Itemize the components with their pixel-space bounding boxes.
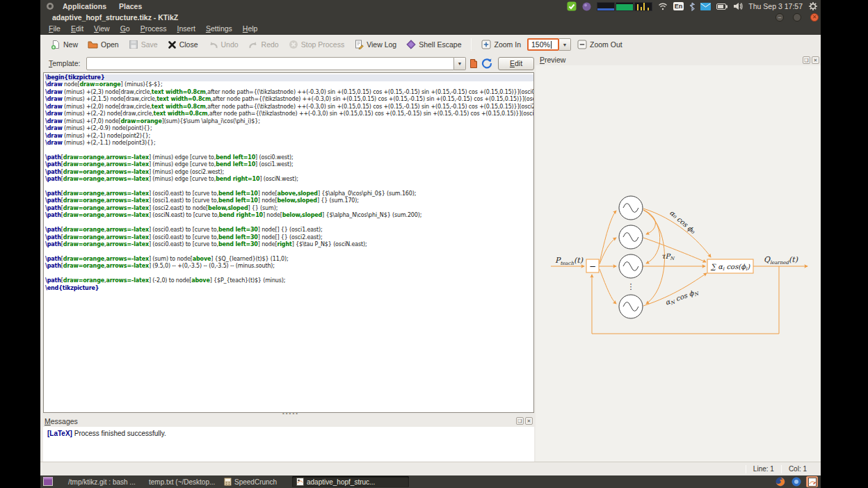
window-titlebar[interactable]: adaptive_hopf_structure.tikz - KTikZ – ✕ xyxy=(40,13,821,23)
code-line[interactable]: \end{tikzpicture} xyxy=(45,285,533,292)
code-line[interactable]: \path[draw=orange,arrows=-latex] (minus)… xyxy=(45,154,533,161)
taskbar-item-terminal[interactable]: /tmp/ktikz.git : bash ... xyxy=(61,476,139,487)
code-line[interactable]: \path[draw=orange,arrows=-latex] (osci0.… xyxy=(45,227,533,234)
menu-go[interactable]: Go xyxy=(120,24,130,33)
code-line[interactable]: \path[draw=orange,arrows=-latex] (-2,0) … xyxy=(45,277,533,284)
code-line[interactable]: \draw (minus) +(2,-2) node[draw,circle,t… xyxy=(45,111,533,117)
template-combobox[interactable] xyxy=(86,57,455,70)
preview-float-button[interactable]: ❏ xyxy=(803,56,810,64)
reload-template-button[interactable] xyxy=(481,58,492,69)
code-editor[interactable]: \begin{tikzpicture}\draw node[draw=orang… xyxy=(43,72,534,413)
minimize-button[interactable]: – xyxy=(775,13,784,22)
system-monitor-applet[interactable] xyxy=(597,2,652,11)
alphaN-label: αN cos ϕN xyxy=(664,287,700,308)
code-line[interactable]: \path[draw=orange,arrows=-latex] (osci1.… xyxy=(45,197,533,204)
text-caret xyxy=(551,41,552,49)
messages-title: Messages xyxy=(45,417,78,425)
places-menu[interactable]: Places xyxy=(115,2,146,10)
menubar: File Edit View Go Process Insert Setting… xyxy=(40,23,821,35)
code-line[interactable]: \path[draw=orange,arrows=-latex] (osci0.… xyxy=(45,234,533,241)
preview-close-button[interactable]: ✕ xyxy=(812,56,819,64)
code-line[interactable]: \draw (minus) +(2,-1.1) node(point3){}; xyxy=(45,140,533,147)
code-line[interactable] xyxy=(45,184,533,190)
code-line[interactable] xyxy=(45,220,533,227)
code-line[interactable]: \draw node[draw=orange] (minus){$-$}; xyxy=(45,81,533,88)
messages-float-button[interactable]: ❏ xyxy=(516,417,524,425)
zoom-combobox-arrow[interactable]: ▼ xyxy=(559,38,571,51)
taskbar-item-temp-txt[interactable]: temp.txt (~/Desktop... xyxy=(142,476,217,487)
volume-icon[interactable] xyxy=(733,1,743,11)
mail-icon[interactable] xyxy=(700,1,711,11)
tau-pn-label: τPN xyxy=(661,252,675,261)
active-ktikz-launcher-icon[interactable] xyxy=(806,476,818,487)
firefox-icon[interactable] xyxy=(774,476,786,487)
keyboard-layout-indicator[interactable]: En xyxy=(673,2,684,10)
stop-process-button[interactable]: Stop Process xyxy=(285,38,348,51)
code-line[interactable]: \begin{tikzpicture} xyxy=(45,74,533,81)
code-line[interactable]: \path[draw=orange,arrows=-latex] (osci0.… xyxy=(45,241,533,248)
new-template-button[interactable] xyxy=(469,58,479,69)
messages-dock-header: Messages ❏ ✕ xyxy=(43,416,534,426)
preview-panel[interactable]: − ⋮ ∑ αi cos(ϕi) Pteach(t) Qle xyxy=(536,65,821,462)
template-combobox-arrow[interactable]: ▼ xyxy=(454,57,466,70)
cpu-graph xyxy=(597,2,615,11)
code-line[interactable]: \draw (minus) +(2,0) node[draw,circle,te… xyxy=(45,104,533,111)
open-button[interactable]: Open xyxy=(84,38,122,51)
code-line[interactable]: \path[draw=orange,arrows=-latex] (minus)… xyxy=(45,176,533,183)
code-line[interactable]: \path[draw=orange,arrows=-latex] (9.5,0)… xyxy=(45,263,533,270)
code-line[interactable]: \draw (minus) +(2,-0.9) node(point){}; xyxy=(45,125,533,132)
maximize-button[interactable] xyxy=(793,13,801,22)
close-file-button[interactable]: Close xyxy=(164,38,202,51)
save-button[interactable]: Save xyxy=(125,38,161,51)
zoom-in-icon xyxy=(481,40,491,49)
menu-process[interactable]: Process xyxy=(140,24,167,33)
menu-settings[interactable]: Settings xyxy=(206,24,232,33)
new-document-icon xyxy=(51,40,61,49)
menu-insert[interactable]: Insert xyxy=(177,24,195,33)
menu-file[interactable]: File xyxy=(49,24,61,33)
code-line[interactable]: \draw (minus) +(2,1.5) node[draw,circle,… xyxy=(45,96,533,103)
preview-dock-header: Preview ❏ ✕ xyxy=(536,54,821,65)
undo-button[interactable]: Undo xyxy=(204,38,242,51)
code-line[interactable] xyxy=(45,270,533,277)
view-log-button[interactable]: View Log xyxy=(351,38,400,51)
code-line[interactable]: \path[draw=orange,arrows=-latex] (minus)… xyxy=(45,169,533,176)
messages-close-button[interactable]: ✕ xyxy=(525,417,533,425)
code-line[interactable]: \path[draw=orange,arrows=-latex] (osci2.… xyxy=(45,205,533,212)
applications-menu[interactable]: Applications xyxy=(58,2,111,10)
clock[interactable]: Thu Sep 3 17:57 xyxy=(748,2,803,10)
taskbar-item-ktikz[interactable]: adaptive_hopf_struc... xyxy=(292,476,409,487)
session-gear-icon[interactable] xyxy=(808,1,818,11)
wifi-icon[interactable] xyxy=(658,1,668,11)
top-panel: Applications Places En xyxy=(40,0,821,13)
code-line[interactable]: \path[draw=orange,arrows=-latex] (osciN.… xyxy=(45,212,533,219)
template-edit-button[interactable]: Edit xyxy=(498,57,534,70)
distributor-logo-icon xyxy=(46,1,54,11)
template-bar: Template: ▼ Edit xyxy=(40,56,534,71)
blue-orb-icon[interactable] xyxy=(790,476,802,487)
code-line[interactable] xyxy=(45,147,533,154)
code-line[interactable]: \draw (minus) +(2,-1) node(point2){}; xyxy=(45,133,533,140)
purple-orb-icon[interactable] xyxy=(582,1,591,11)
show-desktop-icon[interactable] xyxy=(43,477,53,486)
menu-edit[interactable]: Edit xyxy=(71,24,83,33)
code-line[interactable]: \path[draw=orange,arrows=-latex] (sum) t… xyxy=(45,256,533,263)
code-line[interactable]: \path[draw=orange,arrows=-latex] (minus)… xyxy=(45,161,533,168)
code-line[interactable]: \draw (minus) +(2,3) node[draw,circle,te… xyxy=(45,89,533,96)
shell-escape-button[interactable]: Shell Escape xyxy=(403,38,465,51)
zoom-in-button[interactable]: Zoom In xyxy=(478,38,524,51)
code-line[interactable] xyxy=(45,249,533,256)
new-button[interactable]: New xyxy=(47,38,81,51)
redo-button[interactable]: Redo xyxy=(245,38,282,51)
menu-help[interactable]: Help xyxy=(243,24,258,33)
menu-view[interactable]: View xyxy=(94,24,110,33)
zoom-out-button[interactable]: Zoom Out xyxy=(574,38,626,51)
bluetooth-icon[interactable] xyxy=(689,1,695,11)
code-line[interactable]: \path[draw=orange,arrows=-latex] (osci0.… xyxy=(45,190,533,197)
code-line[interactable]: \draw (minus) +(7,0) node[draw=orange](s… xyxy=(45,118,533,125)
taskbar-item-speedcrunch[interactable]: SpeedCrunch xyxy=(220,476,289,487)
zoom-level-combobox[interactable]: 150% ▼ xyxy=(527,38,571,51)
updates-check-icon[interactable] xyxy=(567,1,577,11)
close-window-button[interactable]: ✕ xyxy=(810,13,819,22)
battery-icon[interactable] xyxy=(716,1,728,11)
